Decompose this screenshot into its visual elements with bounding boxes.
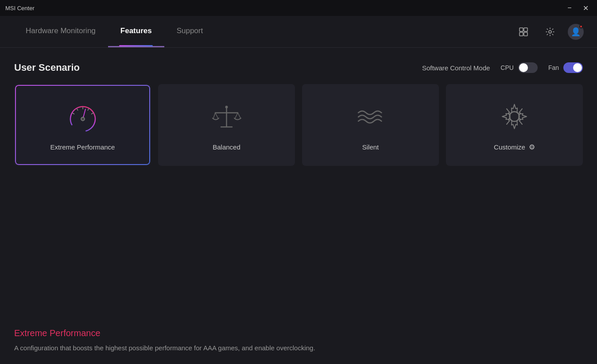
grid-view-button[interactable]	[515, 23, 532, 41]
notification-dot	[579, 25, 583, 28]
fan-toggle-knob	[573, 63, 582, 72]
silent-icon	[353, 99, 388, 134]
svg-line-19	[238, 113, 240, 118]
cpu-toggle-group: CPU	[500, 62, 538, 73]
balanced-label: Balanced	[213, 143, 240, 151]
description-area: Extreme Performance A configuration that…	[14, 328, 583, 353]
svg-line-10	[91, 113, 93, 115]
description-title: Extreme Performance	[14, 328, 583, 338]
window-controls: − ✕	[563, 2, 592, 14]
svg-point-4	[549, 31, 551, 33]
nav-right-icons: 👤	[515, 23, 584, 41]
svg-line-7	[77, 109, 78, 111]
customize-icon	[497, 99, 532, 134]
card-silent[interactable]: Silent	[302, 84, 439, 166]
fan-toggle[interactable]	[563, 62, 583, 73]
control-mode-area: Software Control Mode CPU Fan	[422, 62, 583, 73]
svg-line-6	[72, 113, 74, 115]
grid-icon	[519, 27, 528, 37]
software-control-mode-label: Software Control Mode	[422, 64, 490, 72]
svg-rect-2	[519, 32, 523, 36]
title-bar: MSI Center − ✕	[0, 0, 597, 16]
minimize-button[interactable]: −	[563, 2, 576, 14]
settings-button[interactable]	[541, 23, 559, 41]
speedometer-svg	[65, 99, 101, 134]
silent-label: Silent	[362, 143, 379, 151]
card-customize[interactable]: Customize ⚙	[446, 84, 583, 166]
card-extreme-performance[interactable]: Extreme Performance	[14, 84, 151, 166]
nav-tabs: Hardware Monitoring Features Support	[13, 16, 215, 47]
svg-line-17	[215, 113, 218, 118]
svg-point-12	[81, 117, 85, 121]
svg-rect-3	[524, 32, 527, 36]
cpu-label: CPU	[500, 64, 514, 71]
svg-rect-1	[524, 28, 527, 31]
gear-large-svg	[498, 100, 531, 133]
extreme-performance-label: Extreme Performance	[50, 143, 115, 151]
tab-hardware-monitoring[interactable]: Hardware Monitoring	[13, 16, 108, 47]
section-title: User Scenario	[14, 62, 80, 73]
settings-icon	[545, 27, 555, 37]
customize-label: Customize ⚙	[494, 143, 535, 151]
cpu-toggle-knob	[519, 63, 528, 72]
customize-small-gear-icon: ⚙	[529, 143, 535, 151]
fan-label: Fan	[548, 64, 559, 71]
tab-features[interactable]: Features	[108, 16, 164, 47]
svg-line-9	[88, 109, 89, 111]
fan-toggle-group: Fan	[548, 62, 583, 73]
svg-rect-0	[519, 28, 523, 31]
description-text: A configuration that boosts the highest …	[14, 343, 583, 353]
extreme-performance-icon	[65, 99, 101, 134]
app-title: MSI Center	[5, 5, 35, 11]
svg-line-16	[213, 113, 215, 118]
svg-point-20	[225, 106, 228, 108]
avatar-icon: 👤	[571, 27, 581, 37]
section-header: User Scenario Software Control Mode CPU …	[14, 62, 583, 73]
close-button[interactable]: ✕	[579, 2, 592, 14]
waves-svg	[354, 100, 387, 134]
nav-bar: Hardware Monitoring Features Support 👤	[0, 16, 597, 48]
scenario-cards-row: Extreme Performance	[14, 84, 583, 166]
tab-support[interactable]: Support	[164, 16, 216, 47]
scales-svg	[210, 100, 243, 134]
user-avatar[interactable]: 👤	[568, 24, 584, 40]
cpu-toggle[interactable]	[518, 62, 538, 73]
card-balanced[interactable]: Balanced	[158, 84, 295, 166]
svg-point-21	[510, 111, 519, 121]
main-content: User Scenario Software Control Mode CPU …	[0, 48, 597, 364]
svg-line-18	[235, 113, 238, 118]
balanced-icon	[209, 99, 244, 134]
